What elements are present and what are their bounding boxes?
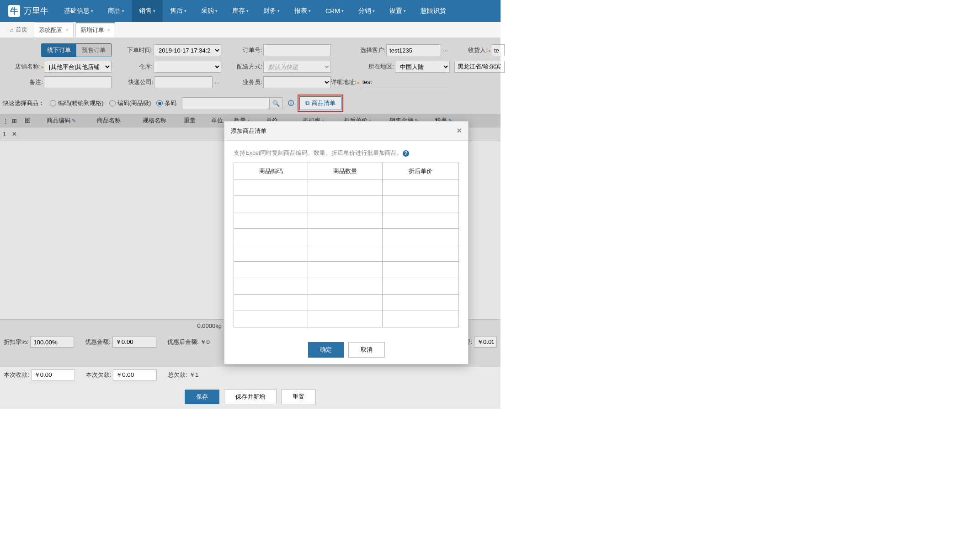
add-product-list-modal: 添加商品清单 × 支持Excel同时复制商品编码、数量、折后单价进行批量加商品。… bbox=[224, 121, 469, 364]
orderno-input[interactable] bbox=[263, 44, 331, 56]
nav-销售[interactable]: 销售▾ bbox=[132, 0, 163, 22]
nav-基础信息[interactable]: 基础信息▾ bbox=[57, 0, 101, 22]
warehouse-select[interactable] bbox=[154, 61, 221, 73]
warehouse-label: 仓库: bbox=[139, 63, 154, 71]
receiver-input[interactable] bbox=[491, 44, 505, 56]
after-amount-value: ￥0 bbox=[200, 338, 209, 346]
modal-cell[interactable] bbox=[308, 212, 382, 229]
col-drag[interactable]: ⋮ bbox=[0, 117, 9, 124]
modal-cell[interactable] bbox=[308, 295, 382, 311]
fee-input[interactable] bbox=[474, 337, 497, 348]
region2-input[interactable] bbox=[454, 61, 505, 73]
modal-cell[interactable] bbox=[234, 295, 308, 311]
search-icon: 🔍 bbox=[272, 100, 280, 107]
modal-cell[interactable] bbox=[308, 229, 382, 245]
presale-order-tab[interactable]: 预售订单 bbox=[76, 44, 111, 57]
online-order-tab[interactable]: 线下订单 bbox=[42, 44, 76, 57]
owe-input[interactable] bbox=[113, 369, 157, 380]
modal-cell[interactable] bbox=[382, 212, 458, 229]
modal-ok-button[interactable]: 确定 bbox=[308, 342, 344, 358]
nav-售后[interactable]: 售后▾ bbox=[163, 0, 194, 22]
modal-cell[interactable] bbox=[234, 212, 308, 229]
modal-cell[interactable] bbox=[234, 262, 308, 278]
modal-cell[interactable] bbox=[234, 229, 308, 245]
order-form: 线下订单 预售订单 下单时间:2019-10-17 17:34:23 订单号: … bbox=[0, 38, 501, 93]
help-icon[interactable]: ? bbox=[403, 150, 409, 157]
tab-系统配置[interactable]: 系统配置× bbox=[34, 22, 74, 37]
row-delete[interactable]: ✕ bbox=[9, 131, 22, 137]
nav-慧眼识货[interactable]: 慧眼识货 bbox=[413, 0, 453, 22]
modal-cell[interactable] bbox=[382, 196, 458, 212]
nav-CRM[interactable]: CRM▾ bbox=[318, 0, 351, 22]
modal-cell[interactable] bbox=[308, 245, 382, 262]
radio-barcode[interactable]: 条码 bbox=[156, 99, 176, 107]
courier-input[interactable] bbox=[154, 76, 213, 88]
nav-财务[interactable]: 财务▾ bbox=[256, 0, 287, 22]
total-owe-label: 总欠款: bbox=[168, 371, 187, 379]
modal-cell[interactable] bbox=[308, 196, 382, 212]
modal-cell[interactable] bbox=[308, 311, 382, 327]
col-grid[interactable]: ⊞ bbox=[9, 117, 22, 124]
nav-设置[interactable]: 设置▾ bbox=[382, 0, 413, 22]
total-owe-value: ￥1 bbox=[189, 371, 198, 379]
modal-cell[interactable] bbox=[382, 262, 458, 278]
address-input[interactable] bbox=[360, 76, 450, 88]
modal-cell[interactable] bbox=[382, 295, 458, 311]
ship-select[interactable]: 默认为快递 bbox=[263, 61, 331, 73]
modal-cell[interactable] bbox=[234, 311, 308, 327]
product-list-button[interactable]: ⧉ 商品清单 bbox=[299, 96, 341, 110]
info-icon[interactable]: ⓘ bbox=[288, 99, 294, 107]
home-tab[interactable]: ⌂ 首页 bbox=[5, 26, 32, 34]
tab-bar: ⌂ 首页 系统配置×新增订单× bbox=[0, 22, 501, 38]
search-input[interactable] bbox=[182, 97, 282, 109]
action-bar: 保存 保存并新增 重置 bbox=[0, 385, 501, 409]
courier-label: 快递公司: bbox=[128, 78, 154, 86]
receive-input[interactable] bbox=[31, 369, 75, 380]
modal-cell[interactable] bbox=[234, 196, 308, 212]
modal-cell[interactable] bbox=[382, 229, 458, 245]
modal-close-button[interactable]: × bbox=[457, 126, 462, 136]
shop-select[interactable]: [其他平台]其他店铺 bbox=[44, 61, 112, 73]
search-button[interactable]: 🔍 bbox=[269, 98, 282, 109]
nav-库存[interactable]: 库存▾ bbox=[225, 0, 256, 22]
modal-cell[interactable] bbox=[234, 278, 308, 295]
modal-cell[interactable] bbox=[382, 245, 458, 262]
modal-cell[interactable] bbox=[308, 179, 382, 196]
nav-采购[interactable]: 采购▾ bbox=[194, 0, 225, 22]
nav-分销[interactable]: 分销▾ bbox=[351, 0, 382, 22]
save-button[interactable]: 保存 bbox=[185, 390, 219, 404]
modal-cancel-button[interactable]: 取消 bbox=[348, 342, 385, 358]
pref-amount-input[interactable] bbox=[112, 337, 156, 348]
logo-icon: 牛 bbox=[8, 5, 20, 17]
shop-label: 店铺名称: bbox=[15, 63, 42, 71]
tab-close-icon[interactable]: × bbox=[65, 27, 69, 33]
modal-cell[interactable] bbox=[234, 245, 308, 262]
reset-button[interactable]: 重置 bbox=[281, 390, 316, 404]
nav-报表[interactable]: 报表▾ bbox=[287, 0, 318, 22]
save-new-button[interactable]: 保存并新增 bbox=[224, 390, 277, 404]
modal-cell[interactable] bbox=[382, 179, 458, 196]
sales-label: 业务员: bbox=[243, 78, 263, 86]
radio-code-spec[interactable]: 编码(精确到规格) bbox=[50, 99, 104, 107]
modal-cell[interactable] bbox=[382, 311, 458, 327]
receive-label: 本次收款: bbox=[4, 371, 29, 379]
modal-cell[interactable] bbox=[308, 262, 382, 278]
customer-input[interactable] bbox=[386, 44, 441, 56]
remark-input[interactable] bbox=[44, 76, 112, 88]
col-weight: 重量 bbox=[181, 116, 208, 125]
pref-amount-label: 优惠金额: bbox=[85, 338, 111, 346]
modal-cell[interactable] bbox=[308, 278, 382, 295]
sales-select[interactable] bbox=[263, 76, 331, 88]
modal-cell[interactable] bbox=[382, 278, 458, 295]
nav-商品[interactable]: 商品▾ bbox=[101, 0, 132, 22]
row-index: 1 bbox=[0, 131, 9, 137]
radio-code-prod[interactable]: 编码(商品级) bbox=[109, 99, 151, 107]
tab-close-icon[interactable]: × bbox=[107, 27, 110, 33]
order-time-select[interactable]: 2019-10-17 17:34:23 bbox=[154, 44, 221, 56]
discount-rate-input[interactable] bbox=[30, 337, 74, 348]
order-type-toggle[interactable]: 线下订单 预售订单 bbox=[41, 43, 112, 57]
tab-新增订单[interactable]: 新增订单× bbox=[75, 22, 115, 37]
modal-cell[interactable] bbox=[234, 179, 308, 196]
modal-th-code: 商品编码 bbox=[234, 163, 308, 179]
region-select[interactable]: 中国大陆 bbox=[395, 61, 450, 73]
